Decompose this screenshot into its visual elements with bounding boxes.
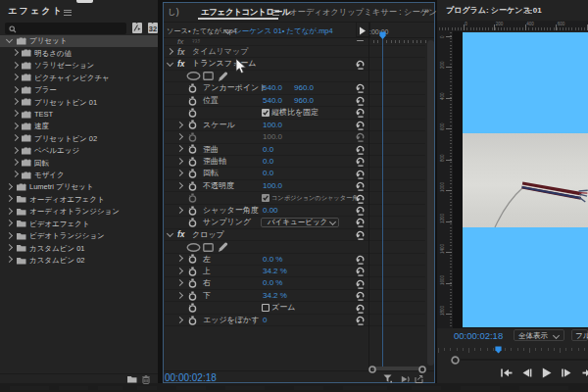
svg-text:32: 32 bbox=[148, 24, 156, 32]
